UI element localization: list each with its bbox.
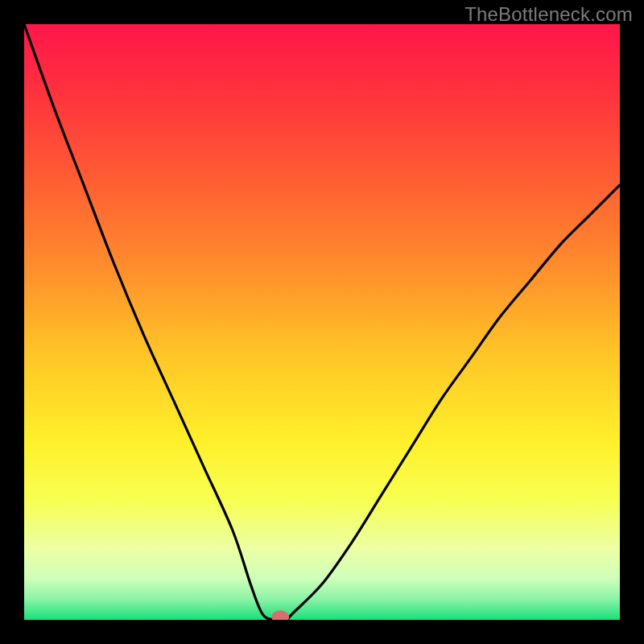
watermark-text: TheBottleneck.com (464, 3, 633, 26)
plot-area (24, 24, 620, 620)
bottleneck-chart-svg (24, 24, 620, 620)
gradient-background (24, 24, 620, 620)
chart-frame: TheBottleneck.com (0, 0, 644, 644)
